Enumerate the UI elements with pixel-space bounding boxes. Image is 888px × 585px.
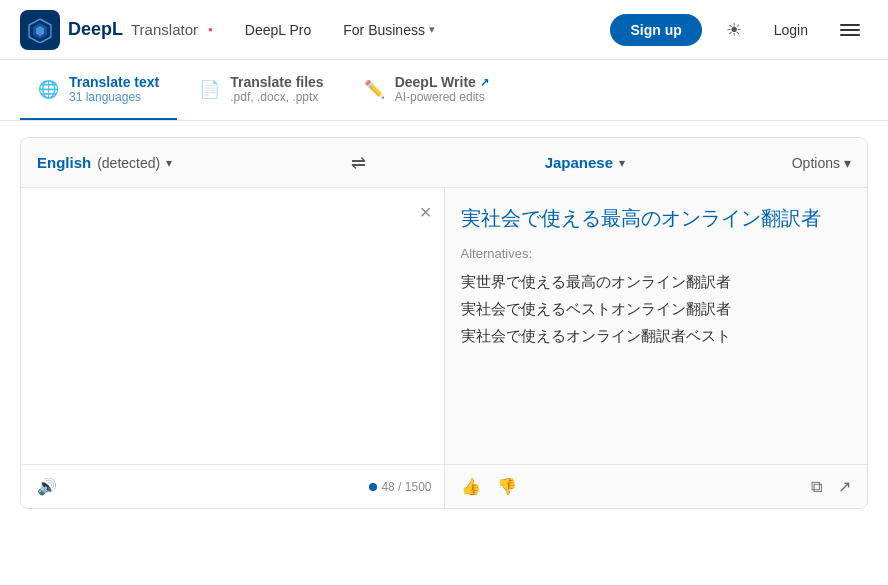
source-panel: × 🔊 48 / 1500 bbox=[21, 188, 445, 508]
copy-icon: ⧉ bbox=[811, 478, 822, 495]
sun-icon: ☀ bbox=[726, 20, 742, 40]
source-lang-chevron-icon: ▾ bbox=[166, 156, 172, 170]
thumbs-down-button[interactable]: 👎 bbox=[493, 473, 521, 500]
options-button[interactable]: Options ▾ bbox=[792, 155, 851, 171]
tab-translate-files-title: Translate files bbox=[230, 74, 323, 90]
logo-subtitle-text: Translator bbox=[131, 21, 198, 38]
share-button[interactable]: ↗ bbox=[834, 473, 855, 500]
logo-brand-text: DeepL bbox=[68, 19, 123, 40]
clear-source-button[interactable]: × bbox=[420, 202, 432, 222]
file-icon: 📄 bbox=[199, 79, 220, 100]
for-business-chevron-icon: ▾ bbox=[429, 23, 435, 36]
tab-translate-text-subtitle: 31 languages bbox=[69, 90, 159, 104]
char-count-value: 48 / 1500 bbox=[381, 480, 431, 494]
tabs-bar: 🌐 Translate text 31 languages 📄 Translat… bbox=[0, 60, 888, 121]
target-panel: 実社会で使える最高のオンライン翻訳者 Alternatives: 実世界で使える… bbox=[445, 188, 868, 508]
target-translated-text: 実社会で使える最高のオンライン翻訳者 bbox=[461, 204, 852, 232]
thumbs-down-icon: 👎 bbox=[497, 478, 517, 495]
speaker-button[interactable]: 🔊 bbox=[33, 473, 61, 500]
signup-button[interactable]: Sign up bbox=[610, 14, 701, 46]
alternative-3[interactable]: 実社会で使えるオンライン翻訳者ベスト bbox=[461, 323, 852, 350]
menu-line bbox=[840, 24, 860, 26]
source-lang-selector[interactable]: English (detected) ▾ bbox=[37, 154, 172, 171]
thumbs-up-icon: 👍 bbox=[461, 478, 481, 495]
tab-translate-files-subtitle: .pdf, .docx, .pptx bbox=[230, 90, 323, 104]
tab-translate-files-labels: Translate files .pdf, .docx, .pptx bbox=[230, 74, 323, 104]
alternatives-label: Alternatives: bbox=[461, 246, 852, 261]
globe-icon: 🌐 bbox=[38, 79, 59, 100]
logo-icon bbox=[20, 10, 60, 50]
char-count: 48 / 1500 bbox=[369, 480, 431, 494]
tab-deepl-write-subtitle: AI-powered edits bbox=[395, 90, 489, 104]
copy-button[interactable]: ⧉ bbox=[807, 474, 826, 500]
source-text-input[interactable] bbox=[21, 188, 444, 464]
notification-dot: ● bbox=[208, 25, 213, 34]
source-lang-detected: (detected) bbox=[97, 155, 160, 171]
source-bottom-bar: 🔊 48 / 1500 bbox=[21, 464, 444, 508]
header: DeepL Translator ● DeepL Pro For Busines… bbox=[0, 0, 888, 60]
login-button[interactable]: Login bbox=[766, 18, 816, 42]
theme-toggle-button[interactable]: ☀ bbox=[718, 15, 750, 45]
speaker-icon: 🔊 bbox=[37, 478, 57, 495]
external-link-icon: ↗ bbox=[480, 76, 489, 89]
nav-deepl-pro[interactable]: DeepL Pro bbox=[237, 18, 319, 42]
target-lang-selector[interactable]: Japanese ▾ bbox=[545, 154, 625, 171]
target-bottom-bar: 👍 👎 ⧉ ↗ bbox=[445, 464, 868, 508]
tab-deepl-write-labels: DeepL Write ↗ AI-powered edits bbox=[395, 74, 489, 104]
alternative-2[interactable]: 実社会で使えるベストオンライン翻訳者 bbox=[461, 296, 852, 323]
options-label: Options bbox=[792, 155, 840, 171]
tab-deepl-write[interactable]: ✏️ DeepL Write ↗ AI-powered edits bbox=[346, 60, 507, 120]
target-lang-chevron-icon: ▾ bbox=[619, 156, 625, 170]
target-main-content: 実社会で使える最高のオンライン翻訳者 Alternatives: 実世界で使える… bbox=[445, 188, 868, 464]
tab-deepl-write-title: DeepL Write ↗ bbox=[395, 74, 489, 90]
tab-translate-text-labels: Translate text 31 languages bbox=[69, 74, 159, 104]
menu-line bbox=[840, 29, 860, 31]
thumbs-up-button[interactable]: 👍 bbox=[457, 473, 485, 500]
close-icon: × bbox=[420, 201, 432, 223]
share-icon: ↗ bbox=[838, 478, 851, 495]
tab-translate-files[interactable]: 📄 Translate files .pdf, .docx, .pptx bbox=[181, 60, 341, 120]
source-lang-name: English bbox=[37, 154, 91, 171]
tab-translate-text[interactable]: 🌐 Translate text 31 languages bbox=[20, 60, 177, 120]
hamburger-menu-button[interactable] bbox=[832, 20, 868, 40]
swap-languages-button[interactable]: ⇌ bbox=[339, 148, 378, 178]
text-panels: × 🔊 48 / 1500 実社会で使える最高のオンライン翻訳者 bbox=[21, 188, 867, 508]
menu-line bbox=[840, 34, 860, 36]
options-chevron-icon: ▾ bbox=[844, 155, 851, 171]
swap-icon: ⇌ bbox=[351, 153, 366, 173]
translator-container: English (detected) ▾ ⇌ Japanese ▾ Option… bbox=[20, 137, 868, 509]
char-dot-indicator bbox=[369, 483, 377, 491]
target-lang-name: Japanese bbox=[545, 154, 613, 171]
tab-translate-text-title: Translate text bbox=[69, 74, 159, 90]
nav-for-business[interactable]: For Business ▾ bbox=[335, 18, 443, 42]
language-bar: English (detected) ▾ ⇌ Japanese ▾ Option… bbox=[21, 138, 867, 188]
alternative-1[interactable]: 実世界で使える最高のオンライン翻訳者 bbox=[461, 269, 852, 296]
logo: DeepL Translator ● bbox=[20, 10, 213, 50]
write-icon: ✏️ bbox=[364, 79, 385, 100]
